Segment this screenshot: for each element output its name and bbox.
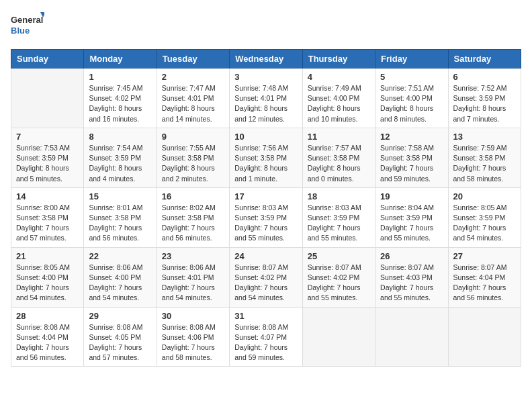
calendar-cell: 20Sunrise: 8:05 AMSunset: 3:59 PMDayligh… xyxy=(448,187,521,247)
calendar-cell: 8Sunrise: 7:54 AMSunset: 3:59 PMDaylight… xyxy=(84,128,157,187)
day-number: 11 xyxy=(308,132,370,142)
calendar-cell xyxy=(448,307,521,367)
day-number: 31 xyxy=(234,311,297,321)
day-info: Sunrise: 7:53 AMSunset: 3:59 PMDaylight:… xyxy=(16,143,79,184)
calendar-cell: 7Sunrise: 7:53 AMSunset: 3:59 PMDaylight… xyxy=(11,128,84,187)
day-info: Sunrise: 8:01 AMSunset: 3:58 PMDaylight:… xyxy=(89,203,151,244)
day-of-week-header: Wednesday xyxy=(230,50,302,68)
day-number: 29 xyxy=(89,311,151,321)
calendar-cell: 19Sunrise: 8:04 AMSunset: 3:59 PMDayligh… xyxy=(375,187,448,247)
day-info: Sunrise: 8:07 AMSunset: 4:04 PMDaylight:… xyxy=(453,263,516,304)
day-of-week-header: Monday xyxy=(84,50,157,68)
day-info: Sunrise: 7:55 AMSunset: 3:58 PMDaylight:… xyxy=(162,143,224,184)
calendar-cell: 31Sunrise: 8:08 AMSunset: 4:07 PMDayligh… xyxy=(230,307,302,367)
day-info: Sunrise: 8:08 AMSunset: 4:06 PMDaylight:… xyxy=(162,322,224,363)
day-info: Sunrise: 8:03 AMSunset: 3:59 PMDaylight:… xyxy=(234,203,297,244)
logo-svg: General Blue xyxy=(11,11,44,41)
calendar-cell: 14Sunrise: 8:00 AMSunset: 3:58 PMDayligh… xyxy=(11,187,84,247)
calendar-cell: 28Sunrise: 8:08 AMSunset: 4:04 PMDayligh… xyxy=(11,307,84,367)
day-info: Sunrise: 8:02 AMSunset: 3:58 PMDaylight:… xyxy=(162,203,224,244)
day-info: Sunrise: 7:58 AMSunset: 3:58 PMDaylight:… xyxy=(380,143,443,184)
day-info: Sunrise: 8:08 AMSunset: 4:05 PMDaylight:… xyxy=(89,322,151,363)
day-info: Sunrise: 8:03 AMSunset: 3:59 PMDaylight:… xyxy=(308,203,370,244)
day-number: 23 xyxy=(162,251,224,261)
day-number: 15 xyxy=(89,191,151,201)
day-number: 21 xyxy=(16,251,79,261)
day-info: Sunrise: 7:47 AMSunset: 4:01 PMDaylight:… xyxy=(162,83,224,124)
logo: General Blue xyxy=(11,11,44,41)
calendar-cell: 12Sunrise: 7:58 AMSunset: 3:58 PMDayligh… xyxy=(375,128,448,187)
day-number: 27 xyxy=(453,251,516,261)
day-info: Sunrise: 8:05 AMSunset: 4:00 PMDaylight:… xyxy=(16,263,79,304)
day-of-week-header: Thursday xyxy=(302,50,375,68)
day-number: 8 xyxy=(89,132,151,142)
day-of-week-header: Friday xyxy=(375,50,448,68)
day-info: Sunrise: 7:54 AMSunset: 3:59 PMDaylight:… xyxy=(89,143,151,184)
calendar-cell: 4Sunrise: 7:49 AMSunset: 4:00 PMDaylight… xyxy=(302,68,375,128)
day-number: 25 xyxy=(308,251,370,261)
calendar-cell: 13Sunrise: 7:59 AMSunset: 3:58 PMDayligh… xyxy=(448,128,521,187)
day-info: Sunrise: 7:52 AMSunset: 3:59 PMDaylight:… xyxy=(453,83,516,124)
calendar-cell: 24Sunrise: 8:07 AMSunset: 4:02 PMDayligh… xyxy=(230,247,302,307)
day-number: 19 xyxy=(380,191,443,201)
calendar-week-row: 1Sunrise: 7:45 AMSunset: 4:02 PMDaylight… xyxy=(11,68,521,128)
calendar-cell: 3Sunrise: 7:48 AMSunset: 4:01 PMDaylight… xyxy=(230,68,302,128)
calendar-table: SundayMondayTuesdayWednesdayThursdayFrid… xyxy=(11,49,521,367)
calendar-week-row: 14Sunrise: 8:00 AMSunset: 3:58 PMDayligh… xyxy=(11,187,521,247)
day-info: Sunrise: 8:05 AMSunset: 3:59 PMDaylight:… xyxy=(453,203,516,244)
day-info: Sunrise: 8:00 AMSunset: 3:58 PMDaylight:… xyxy=(16,203,79,244)
day-of-week-header: Tuesday xyxy=(157,50,229,68)
day-info: Sunrise: 7:51 AMSunset: 4:00 PMDaylight:… xyxy=(380,83,443,124)
day-number: 10 xyxy=(234,132,297,142)
day-info: Sunrise: 7:56 AMSunset: 3:58 PMDaylight:… xyxy=(234,143,297,184)
day-number: 16 xyxy=(162,191,224,201)
day-info: Sunrise: 7:49 AMSunset: 4:00 PMDaylight:… xyxy=(308,83,370,124)
calendar-header-row: SundayMondayTuesdayWednesdayThursdayFrid… xyxy=(11,50,521,68)
calendar-cell: 6Sunrise: 7:52 AMSunset: 3:59 PMDaylight… xyxy=(448,68,521,128)
day-number: 24 xyxy=(234,251,297,261)
day-info: Sunrise: 8:07 AMSunset: 4:02 PMDaylight:… xyxy=(308,263,370,304)
day-info: Sunrise: 7:45 AMSunset: 4:02 PMDaylight:… xyxy=(89,83,151,124)
calendar-cell: 1Sunrise: 7:45 AMSunset: 4:02 PMDaylight… xyxy=(84,68,157,128)
calendar-cell: 27Sunrise: 8:07 AMSunset: 4:04 PMDayligh… xyxy=(448,247,521,307)
day-number: 13 xyxy=(453,132,516,142)
calendar-cell: 9Sunrise: 7:55 AMSunset: 3:58 PMDaylight… xyxy=(157,128,229,187)
calendar-cell: 29Sunrise: 8:08 AMSunset: 4:05 PMDayligh… xyxy=(84,307,157,367)
day-number: 17 xyxy=(234,191,297,201)
day-number: 26 xyxy=(380,251,443,261)
page-header: General Blue xyxy=(11,11,521,41)
day-number: 2 xyxy=(162,72,224,82)
day-info: Sunrise: 8:06 AMSunset: 4:01 PMDaylight:… xyxy=(162,263,224,304)
day-of-week-header: Sunday xyxy=(11,50,84,68)
day-info: Sunrise: 8:06 AMSunset: 4:00 PMDaylight:… xyxy=(89,263,151,304)
calendar-cell: 18Sunrise: 8:03 AMSunset: 3:59 PMDayligh… xyxy=(302,187,375,247)
day-number: 5 xyxy=(380,72,443,82)
calendar-week-row: 28Sunrise: 8:08 AMSunset: 4:04 PMDayligh… xyxy=(11,307,521,367)
day-number: 22 xyxy=(89,251,151,261)
calendar-cell: 15Sunrise: 8:01 AMSunset: 3:58 PMDayligh… xyxy=(84,187,157,247)
calendar-cell: 25Sunrise: 8:07 AMSunset: 4:02 PMDayligh… xyxy=(302,247,375,307)
calendar-week-row: 7Sunrise: 7:53 AMSunset: 3:59 PMDaylight… xyxy=(11,128,521,187)
calendar-cell xyxy=(11,68,84,128)
day-info: Sunrise: 7:59 AMSunset: 3:58 PMDaylight:… xyxy=(453,143,516,184)
day-info: Sunrise: 8:07 AMSunset: 4:03 PMDaylight:… xyxy=(380,263,443,304)
calendar-cell: 22Sunrise: 8:06 AMSunset: 4:00 PMDayligh… xyxy=(84,247,157,307)
day-of-week-header: Saturday xyxy=(448,50,521,68)
day-number: 9 xyxy=(162,132,224,142)
calendar-cell: 10Sunrise: 7:56 AMSunset: 3:58 PMDayligh… xyxy=(230,128,302,187)
day-number: 1 xyxy=(89,72,151,82)
day-number: 6 xyxy=(453,72,516,82)
day-info: Sunrise: 8:08 AMSunset: 4:07 PMDaylight:… xyxy=(234,322,297,363)
day-number: 14 xyxy=(16,191,79,201)
calendar-cell: 5Sunrise: 7:51 AMSunset: 4:00 PMDaylight… xyxy=(375,68,448,128)
day-info: Sunrise: 8:08 AMSunset: 4:04 PMDaylight:… xyxy=(16,322,79,363)
calendar-cell xyxy=(375,307,448,367)
calendar-cell: 16Sunrise: 8:02 AMSunset: 3:58 PMDayligh… xyxy=(157,187,229,247)
day-info: Sunrise: 7:48 AMSunset: 4:01 PMDaylight:… xyxy=(234,83,297,124)
calendar-cell xyxy=(302,307,375,367)
day-number: 4 xyxy=(308,72,370,82)
day-info: Sunrise: 7:57 AMSunset: 3:58 PMDaylight:… xyxy=(308,143,370,184)
day-info: Sunrise: 8:07 AMSunset: 4:02 PMDaylight:… xyxy=(234,263,297,304)
day-info: Sunrise: 8:04 AMSunset: 3:59 PMDaylight:… xyxy=(380,203,443,244)
day-number: 30 xyxy=(162,311,224,321)
